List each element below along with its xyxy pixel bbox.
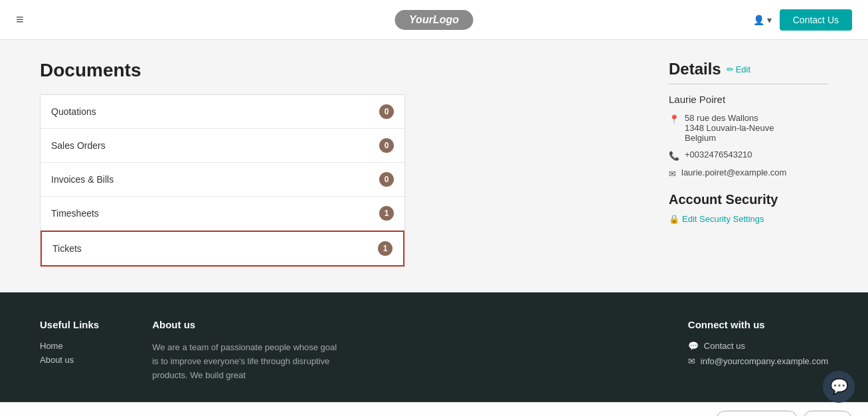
documents-section: Documents Quotations 0 Sales Orders 0 In… bbox=[40, 60, 629, 272]
email-icon: ✉ bbox=[669, 169, 676, 179]
chat-icon: 💬 bbox=[688, 341, 699, 351]
logo-text: YourLogo bbox=[409, 14, 459, 26]
phone-row: 📞 +0032476543210 bbox=[669, 150, 828, 161]
document-row-2[interactable]: Invoices & Bills 0 bbox=[41, 163, 404, 197]
logo-container: YourLogo bbox=[394, 10, 474, 30]
details-name: Laurie Poiret bbox=[669, 94, 828, 105]
user-menu-button[interactable]: 👤 ▾ bbox=[753, 15, 772, 25]
email-row: ✉ laurie.poiret@example.com bbox=[669, 167, 828, 179]
shield-icon: 🔒 bbox=[669, 214, 679, 224]
doc-row-badge-3: 1 bbox=[379, 206, 394, 221]
documents-table: Quotations 0 Sales Orders 0 Invoices & B… bbox=[40, 94, 405, 267]
only-essentials-button[interactable]: Only essentials bbox=[716, 411, 797, 416]
document-row-3[interactable]: Timesheets 1 bbox=[41, 197, 404, 231]
user-icon: 👤 bbox=[753, 15, 764, 25]
envelope-icon: ✉ bbox=[688, 356, 695, 366]
connect-title: Connect with us bbox=[688, 319, 828, 330]
chat-bubble[interactable]: 💬 bbox=[823, 371, 855, 403]
footer-about-link[interactable]: About us bbox=[40, 355, 99, 365]
address-line1: 58 rue des Wallons bbox=[685, 113, 774, 123]
phone-icon: 📞 bbox=[669, 151, 679, 161]
details-header: Details ✏ Edit bbox=[669, 60, 828, 78]
footer-useful-links: Useful Links Home About us bbox=[40, 319, 99, 382]
doc-row-badge-0: 0 bbox=[379, 104, 394, 119]
footer-home-link[interactable]: Home bbox=[40, 341, 99, 351]
footer-content: Useful Links Home About us About us We a… bbox=[40, 319, 828, 382]
edit-security-label: Edit Security Settings bbox=[682, 214, 764, 224]
main-content: Documents Quotations 0 Sales Orders 0 In… bbox=[0, 40, 868, 292]
documents-title: Documents bbox=[40, 60, 629, 81]
doc-row-badge-2: 0 bbox=[379, 172, 394, 187]
footer: Useful Links Home About us About us We a… bbox=[0, 292, 868, 402]
address-line2: 1348 Louvain-la-Neuve bbox=[685, 123, 774, 133]
header-right: 👤 ▾ Contact Us bbox=[753, 9, 852, 31]
footer-connect: Connect with us 💬 Contact us ✉ info@your… bbox=[688, 319, 828, 382]
connect-contact-label: Contact us bbox=[704, 341, 745, 351]
doc-row-label-4: Tickets bbox=[52, 243, 82, 254]
agree-button[interactable]: I agree bbox=[803, 411, 852, 416]
connect-email: ✉ info@yourcompany.example.com bbox=[688, 356, 828, 366]
account-security-title: Account Security bbox=[669, 192, 828, 207]
connect-email-label: info@yourcompany.example.com bbox=[701, 356, 828, 366]
chat-bubble-icon: 💬 bbox=[830, 378, 848, 395]
doc-row-badge-1: 0 bbox=[379, 138, 394, 153]
pencil-icon: ✏ bbox=[727, 64, 734, 74]
document-row-1[interactable]: Sales Orders 0 bbox=[41, 129, 404, 163]
footer-about-us: About us We are a team of passionate peo… bbox=[152, 319, 338, 382]
about-us-text: We are a team of passionate people whose… bbox=[152, 341, 338, 382]
edit-label: Edit bbox=[736, 64, 750, 74]
hamburger-icon[interactable]: ≡ bbox=[16, 12, 24, 27]
user-caret-icon: ▾ bbox=[767, 15, 772, 25]
about-us-title: About us bbox=[152, 319, 338, 330]
document-row-0[interactable]: Quotations 0 bbox=[41, 95, 404, 129]
useful-links-title: Useful Links bbox=[40, 319, 99, 330]
doc-row-badge-4: 1 bbox=[378, 241, 392, 256]
contact-us-button[interactable]: Contact Us bbox=[780, 9, 852, 31]
connect-contact: 💬 Contact us bbox=[688, 341, 828, 351]
details-title: Details bbox=[669, 60, 721, 78]
address-text: 58 rue des Wallons 1348 Louvain-la-Neuve… bbox=[685, 113, 774, 143]
doc-row-label-3: Timesheets bbox=[51, 208, 99, 219]
header: ≡ YourLogo 👤 ▾ Contact Us bbox=[0, 0, 868, 40]
edit-security-link[interactable]: 🔒 Edit Security Settings bbox=[669, 214, 828, 224]
location-icon: 📍 bbox=[669, 114, 679, 124]
logo: YourLogo bbox=[394, 10, 474, 30]
doc-row-label-0: Quotations bbox=[51, 106, 96, 117]
cookie-buttons: Only essentials I agree bbox=[716, 411, 852, 416]
details-section: Details ✏ Edit Laurie Poiret 📍 58 rue de… bbox=[629, 60, 828, 272]
document-row-4[interactable]: Tickets 1 bbox=[41, 231, 404, 266]
address-line3: Belgium bbox=[685, 133, 774, 143]
header-left: ≡ bbox=[16, 12, 24, 27]
email-value: laurie.poiret@example.com bbox=[681, 167, 786, 177]
cookie-banner: We use cookies to provide you a better u… bbox=[0, 402, 868, 416]
doc-row-label-1: Sales Orders bbox=[51, 140, 106, 151]
doc-row-label-2: Invoices & Bills bbox=[51, 174, 114, 185]
details-divider bbox=[669, 84, 828, 84]
phone-value: +0032476543210 bbox=[685, 150, 752, 159]
edit-link[interactable]: ✏ Edit bbox=[727, 64, 750, 74]
address-row: 📍 58 rue des Wallons 1348 Louvain-la-Neu… bbox=[669, 113, 828, 143]
